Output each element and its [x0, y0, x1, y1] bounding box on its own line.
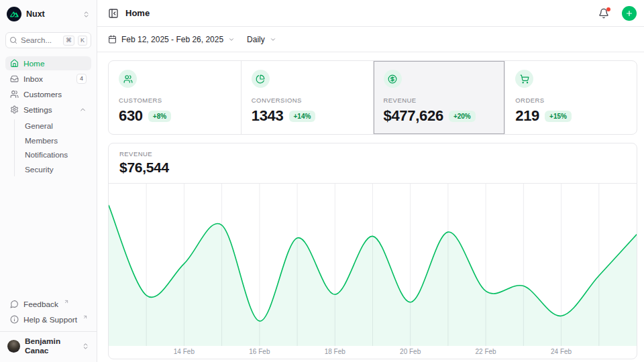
x-axis-tick: 18 Feb — [317, 348, 352, 355]
stat-label: CUSTOMERS — [119, 97, 231, 104]
sidebar-item-home[interactable]: Home — [5, 56, 91, 70]
user-name: Benjamin Canac — [25, 337, 77, 355]
kbd-k: K — [78, 36, 87, 46]
inbox-count-badge: 4 — [76, 74, 87, 84]
sidebar-item-label: Home — [23, 59, 87, 68]
chevrons-up-down-icon — [82, 343, 89, 350]
avatar — [7, 340, 20, 353]
x-axis-tick: 16 Feb — [242, 348, 277, 355]
sidebar-item-customers[interactable]: Customers — [5, 87, 91, 101]
users-icon — [10, 90, 19, 99]
external-link-icon — [64, 299, 69, 304]
sidebar-item-security[interactable]: Security — [15, 163, 91, 177]
revenue-area-chart[interactable] — [109, 184, 637, 346]
sidebar-item-inbox[interactable]: Inbox 4 — [5, 72, 91, 86]
date-range-label: Feb 12, 2025 - Feb 26, 2025 — [121, 35, 223, 44]
sidebar-footer-nav: Feedback Help & Support — [5, 297, 91, 326]
stat-label: CONVERSIONS — [252, 97, 363, 104]
gear-icon — [10, 105, 19, 114]
external-link-icon — [83, 314, 88, 320]
stats-grid: CUSTOMERS 630 +8% CONVERSIONS 1343 +14% — [108, 60, 637, 135]
x-axis: 14 Feb16 Feb18 Feb20 Feb22 Feb24 Feb — [109, 346, 637, 359]
revenue-chart-card: REVENUE $76,544 14 Feb16 Feb18 Feb20 Feb… — [108, 143, 637, 359]
feedback-label: Feedback — [23, 300, 58, 309]
feedback-link[interactable]: Feedback — [5, 297, 91, 311]
sidebar-item-label: Settings — [23, 105, 74, 115]
sidebar-item-settings[interactable]: Settings — [5, 103, 91, 117]
notifications-button[interactable] — [598, 8, 609, 19]
stat-value: 219 — [515, 107, 539, 125]
x-axis-tick: 24 Feb — [544, 348, 579, 355]
chart-plot-area: 14 Feb16 Feb18 Feb20 Feb22 Feb24 Feb — [109, 184, 637, 359]
calendar-icon — [108, 35, 117, 44]
stat-label: REVENUE — [384, 97, 495, 104]
settings-submenu: General Members Notifications Security — [14, 119, 91, 176]
chart-total-value: $76,544 — [119, 160, 626, 176]
add-button[interactable] — [622, 6, 637, 21]
users-icon — [119, 70, 137, 88]
page-title: Home — [125, 8, 592, 18]
chart-title: REVENUE — [119, 150, 626, 158]
sidebar-item-label: Customers — [23, 90, 87, 99]
stat-change-badge: +20% — [449, 111, 476, 122]
sidebar-nav: Home Inbox 4 Customers Settings — [5, 56, 91, 178]
x-axis-tick: 22 Feb — [468, 348, 503, 355]
page-content: CUSTOMERS 630 +8% CONVERSIONS 1343 +14% — [97, 52, 644, 362]
stat-card-customers[interactable]: CUSTOMERS 630 +8% — [109, 61, 241, 134]
app-window: Nuxt Search... ⌘ K Home — [0, 0, 644, 362]
stat-value: 630 — [119, 107, 143, 125]
sidebar: Nuxt Search... ⌘ K Home — [0, 0, 97, 362]
chevron-down-icon — [228, 36, 235, 43]
kbd-cmd: ⌘ — [63, 36, 74, 46]
sidebar-item-general[interactable]: General — [15, 119, 91, 133]
stat-card-revenue[interactable]: REVENUE $477,626 +20% — [373, 61, 505, 134]
period-select[interactable]: Daily — [247, 35, 276, 44]
plus-icon — [625, 9, 633, 17]
message-bubble-icon — [10, 300, 19, 308]
stat-card-conversions[interactable]: CONVERSIONS 1343 +14% — [241, 61, 373, 134]
stat-card-orders[interactable]: ORDERS 219 +15% — [504, 61, 637, 134]
date-range-picker[interactable]: Feb 12, 2025 - Feb 26, 2025 — [108, 35, 235, 44]
circle-dollar-icon — [384, 70, 402, 88]
collapse-sidebar-button[interactable] — [108, 8, 119, 19]
workspace-switcher[interactable]: Nuxt — [5, 5, 91, 23]
sidebar-item-label: Inbox — [23, 74, 72, 84]
search-icon — [9, 36, 17, 44]
chart-header: REVENUE $76,544 — [109, 143, 637, 184]
stat-change-badge: +14% — [289, 111, 316, 122]
stat-label: ORDERS — [515, 97, 627, 104]
period-label: Daily — [247, 35, 265, 44]
chevron-down-icon — [270, 36, 276, 43]
inbox-icon — [10, 74, 19, 83]
nuxt-logo-icon — [7, 7, 21, 21]
search-placeholder: Search... — [21, 36, 60, 44]
home-icon — [10, 59, 19, 68]
stat-value: 1343 — [252, 107, 284, 125]
search-input[interactable]: Search... ⌘ K — [5, 32, 91, 48]
stat-change-badge: +8% — [148, 111, 171, 122]
chevron-up-icon — [79, 106, 87, 113]
notification-dot — [606, 7, 610, 11]
pie-chart-icon — [252, 70, 270, 88]
sidebar-item-notifications[interactable]: Notifications — [15, 148, 91, 162]
help-support-label: Help & Support — [23, 315, 77, 324]
cart-icon — [515, 70, 533, 88]
chevrons-up-down-icon — [83, 11, 90, 18]
help-support-link[interactable]: Help & Support — [5, 312, 91, 326]
workspace-name: Nuxt — [26, 9, 78, 19]
x-axis-tick: 14 Feb — [166, 348, 201, 355]
stat-change-badge: +15% — [545, 111, 572, 122]
x-axis-tick: 20 Feb — [393, 348, 428, 355]
info-circle-icon — [10, 315, 19, 324]
stat-value: $477,626 — [384, 107, 443, 125]
sidebar-item-members[interactable]: Members — [15, 134, 91, 148]
main-area: Home Feb 12, 2025 - Feb 26, 2025 Daily — [97, 0, 644, 362]
user-menu[interactable]: Benjamin Canac — [5, 335, 91, 357]
sidebar-divider — [0, 331, 97, 332]
sidebar-spacer — [5, 178, 91, 289]
filters-toolbar: Feb 12, 2025 - Feb 26, 2025 Daily — [97, 27, 644, 52]
panel-left-close-icon — [108, 8, 119, 19]
page-header: Home — [97, 0, 644, 27]
